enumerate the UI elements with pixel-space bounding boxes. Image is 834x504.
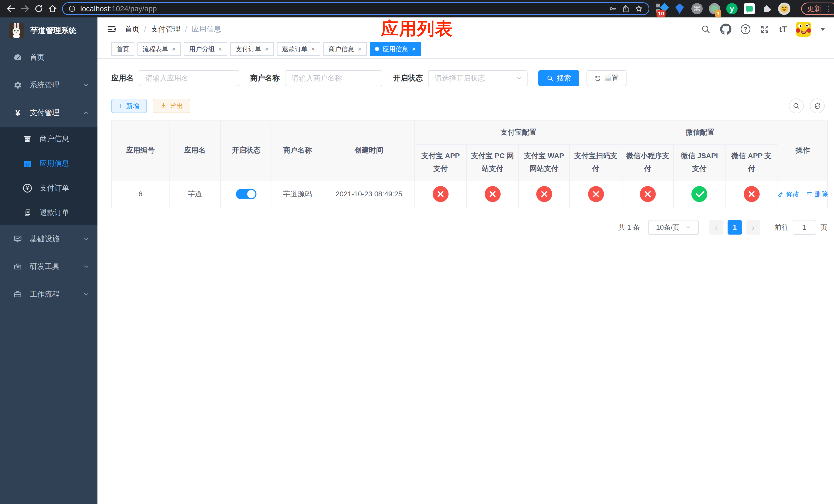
- status-indicator-alipay-qr: [588, 186, 604, 202]
- merchant-name-input[interactable]: [285, 70, 382, 86]
- close-icon[interactable]: ×: [218, 46, 222, 52]
- extensions-puzzle-icon[interactable]: [761, 3, 773, 15]
- cell-wechat-app: [725, 180, 778, 208]
- pinned-extension-icon[interactable]: 10: [656, 3, 668, 15]
- goto-page-input[interactable]: [793, 220, 816, 235]
- sidebar-item-app-info[interactable]: 应用信息: [0, 151, 97, 176]
- next-page-button[interactable]: ›: [746, 220, 761, 234]
- tab-payment-orders[interactable]: 支付订单×: [230, 42, 273, 55]
- yuque-extension-icon[interactable]: y: [726, 3, 738, 15]
- goto-label: 前往: [775, 223, 789, 232]
- col-header-status: 开启状态: [221, 120, 272, 180]
- tab-user-group[interactable]: 用户分组×: [184, 42, 227, 55]
- add-button[interactable]: + 新增: [111, 99, 147, 113]
- browser-profile-avatar[interactable]: [778, 3, 790, 15]
- breadcrumb-home[interactable]: 首页: [125, 24, 139, 35]
- app-name-label: 应用名: [111, 73, 134, 83]
- export-button[interactable]: 导出: [153, 99, 190, 113]
- breadcrumb-separator: /: [144, 25, 146, 33]
- share-icon[interactable]: [621, 4, 630, 13]
- session-extension-icon[interactable]: 1: [708, 3, 721, 15]
- cell-alipay-qr: [570, 180, 622, 208]
- cell-created: 2021-10-23 08:49:25: [323, 180, 415, 208]
- reset-button[interactable]: 重置: [587, 70, 627, 86]
- sidebar-item-payment[interactable]: ¥ 支付管理: [0, 99, 97, 127]
- fullscreen-icon[interactable]: [760, 24, 770, 35]
- sidebar-item-label: 基础设施: [30, 234, 60, 244]
- close-icon[interactable]: ×: [311, 46, 315, 52]
- sidebar-item-infrastructure[interactable]: 基础设施: [0, 225, 97, 253]
- sidebar-item-refund-orders[interactable]: 退款订单: [0, 201, 97, 225]
- edit-icon: [777, 191, 784, 198]
- cell-wechat-jsapi: [674, 180, 725, 208]
- active-dot: [375, 47, 379, 51]
- sidebar-item-dev-tools[interactable]: 研发工具: [0, 253, 97, 280]
- app-name-input[interactable]: [139, 70, 239, 86]
- gear-icon: [13, 81, 23, 90]
- extension-area: 10 ⌘ 1 y 更新 ⋮: [656, 3, 834, 15]
- col-header-created: 创建时间: [323, 120, 415, 180]
- current-page-button[interactable]: 1: [728, 220, 742, 234]
- close-icon[interactable]: ×: [172, 46, 176, 52]
- sidebar-item-label: 系统管理: [30, 80, 60, 90]
- site-info-icon[interactable]: [68, 5, 76, 13]
- command-extension-icon[interactable]: ⌘: [691, 3, 703, 15]
- status-select[interactable]: [428, 70, 528, 86]
- sidebar-item-home[interactable]: 首页: [0, 44, 97, 71]
- sidebar-item-payment-orders[interactable]: ¥ 支付订单: [0, 176, 97, 201]
- close-icon[interactable]: ×: [412, 46, 416, 52]
- sidebar-item-label: 应用信息: [40, 158, 69, 169]
- app-title: 芋道管理系统: [30, 25, 76, 36]
- bookmark-star-icon[interactable]: [634, 4, 643, 13]
- tab-refund-orders[interactable]: 退款订单×: [277, 42, 320, 55]
- status-select-input[interactable]: [428, 70, 528, 86]
- gem-extension-icon[interactable]: [674, 3, 686, 15]
- edit-link[interactable]: 修改: [777, 190, 799, 199]
- refresh-button[interactable]: [810, 98, 825, 113]
- delete-link[interactable]: 删除: [806, 190, 828, 199]
- close-icon[interactable]: ×: [265, 46, 268, 52]
- col-header-alipay-pc: 支付宝 PC 网站支付: [466, 144, 519, 180]
- tab-process-form[interactable]: 流程表单×: [137, 42, 181, 55]
- browser-menu-icon[interactable]: ⋮: [825, 4, 833, 13]
- payment-submenu: 商户信息 应用信息 ¥ 支付订单 退款订单: [0, 127, 97, 225]
- avatar-caret-icon[interactable]: [820, 28, 825, 33]
- github-icon[interactable]: [720, 24, 731, 35]
- search-icon[interactable]: [701, 24, 711, 35]
- back-icon[interactable]: [4, 2, 18, 16]
- prev-page-button[interactable]: ‹: [709, 220, 723, 234]
- sidebar-item-workflow[interactable]: 工作流程: [0, 280, 97, 308]
- chevron-up-icon: [83, 109, 90, 116]
- status-toggle[interactable]: [236, 189, 257, 199]
- chevron-down-icon: [685, 224, 691, 230]
- sidebar-item-merchant-info[interactable]: 商户信息: [0, 127, 97, 151]
- reload-icon[interactable]: [32, 2, 46, 16]
- search-button[interactable]: 搜索: [538, 70, 579, 86]
- close-icon[interactable]: ×: [358, 46, 361, 52]
- sidebar-item-label: 商户信息: [40, 134, 69, 144]
- page-size-select[interactable]: 10条/页: [648, 220, 699, 235]
- user-avatar[interactable]: [796, 22, 811, 37]
- url-bar[interactable]: localhost:1024/pay/app: [62, 2, 649, 15]
- browser-toolbar: localhost:1024/pay/app 10 ⌘ 1 y: [0, 0, 834, 18]
- tab-app-info[interactable]: 应用信息×: [370, 42, 421, 55]
- chat-extension-icon[interactable]: [743, 3, 755, 15]
- sidebar-item-system[interactable]: 系统管理: [0, 71, 97, 99]
- grid-table-icon: [23, 159, 32, 168]
- tab-home[interactable]: 首页: [111, 42, 134, 55]
- chrome-update-button[interactable]: 更新 ⋮: [801, 3, 834, 15]
- font-size-icon[interactable]: tT: [779, 25, 787, 34]
- password-key-icon[interactable]: [609, 4, 617, 13]
- sidebar-collapse-icon[interactable]: [106, 24, 117, 35]
- home-icon[interactable]: [46, 2, 60, 16]
- sidebar-logo[interactable]: 芋道管理系统: [0, 18, 97, 44]
- tab-merchant-info[interactable]: 商户信息×: [323, 42, 367, 55]
- forward-icon[interactable]: [18, 2, 32, 16]
- breadcrumb-payment[interactable]: 支付管理: [151, 24, 180, 35]
- cell-alipay-wap: [519, 180, 570, 208]
- group-header-alipay: 支付宝配置: [415, 120, 622, 144]
- chevron-down-icon: [83, 235, 90, 243]
- status-label: 开启状态: [393, 73, 423, 83]
- help-icon[interactable]: ?: [741, 24, 750, 34]
- toggle-search-button[interactable]: [789, 98, 804, 113]
